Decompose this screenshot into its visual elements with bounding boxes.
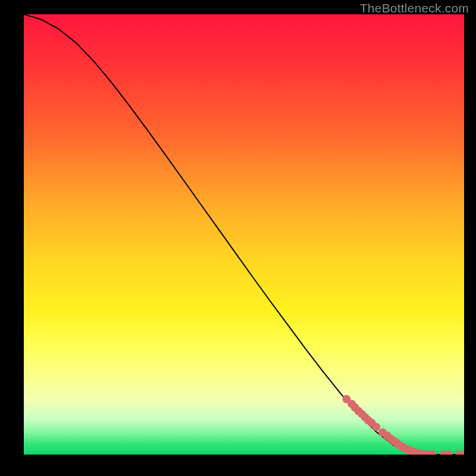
marker-point xyxy=(428,450,437,455)
marker-point xyxy=(372,422,380,431)
plot-area xyxy=(24,14,464,455)
curve-line xyxy=(24,14,464,455)
chart-frame: TheBottleneck.com xyxy=(0,0,476,476)
chart-svg xyxy=(24,14,464,455)
watermark-label: TheBottleneck.com xyxy=(360,1,469,15)
marker-group xyxy=(342,395,464,455)
